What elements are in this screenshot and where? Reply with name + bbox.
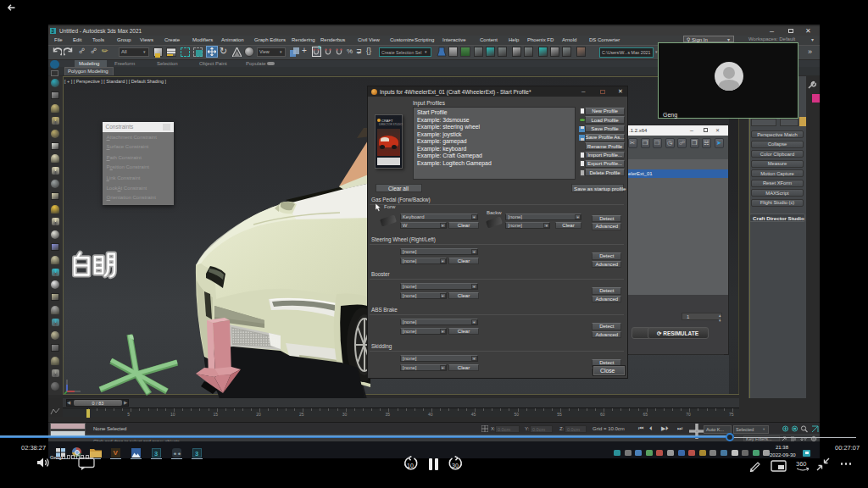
svg-text:10: 10 bbox=[407, 463, 414, 469]
svg-text:30: 30 bbox=[452, 463, 459, 469]
svg-text:360: 360 bbox=[796, 460, 807, 468]
